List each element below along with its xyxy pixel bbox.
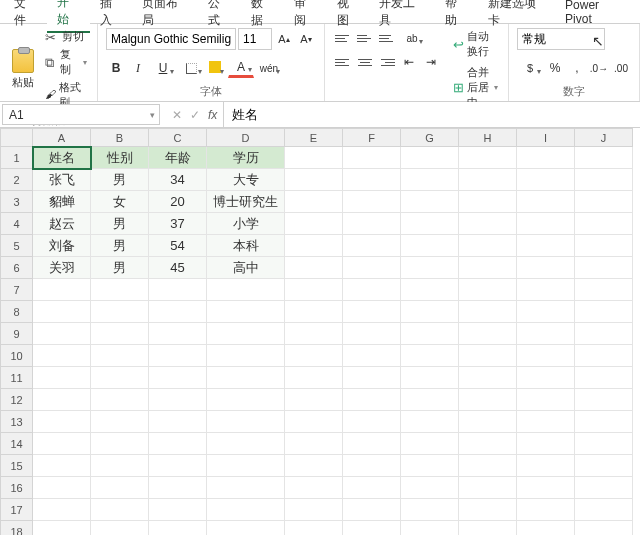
cell-I5[interactable]: [517, 235, 575, 257]
row-header-11[interactable]: 11: [1, 367, 33, 389]
cell-I4[interactable]: [517, 213, 575, 235]
cell-E9[interactable]: [285, 323, 343, 345]
cell-I10[interactable]: [517, 345, 575, 367]
cell-C7[interactable]: [149, 279, 207, 301]
cell-I3[interactable]: [517, 191, 575, 213]
cell-F14[interactable]: [343, 433, 401, 455]
cell-E3[interactable]: [285, 191, 343, 213]
row-header-13[interactable]: 13: [1, 411, 33, 433]
cell-C14[interactable]: [149, 433, 207, 455]
cell-H18[interactable]: [459, 521, 517, 536]
cell-C3[interactable]: 20: [149, 191, 207, 213]
cell-E11[interactable]: [285, 367, 343, 389]
font-color-button[interactable]: A: [228, 58, 254, 78]
cell-E18[interactable]: [285, 521, 343, 536]
cell-C11[interactable]: [149, 367, 207, 389]
col-header-B[interactable]: B: [91, 129, 149, 147]
cell-J6[interactable]: [575, 257, 633, 279]
cell-B10[interactable]: [91, 345, 149, 367]
cell-H1[interactable]: [459, 147, 517, 169]
cell-A5[interactable]: 刘备: [33, 235, 91, 257]
cell-H11[interactable]: [459, 367, 517, 389]
cell-E14[interactable]: [285, 433, 343, 455]
row-header-3[interactable]: 3: [1, 191, 33, 213]
cell-H14[interactable]: [459, 433, 517, 455]
cell-F4[interactable]: [343, 213, 401, 235]
cell-A7[interactable]: [33, 279, 91, 301]
cell-A11[interactable]: [33, 367, 91, 389]
cell-D8[interactable]: [207, 301, 285, 323]
cell-H13[interactable]: [459, 411, 517, 433]
cell-A16[interactable]: [33, 477, 91, 499]
underline-button[interactable]: U: [150, 58, 176, 78]
cell-B16[interactable]: [91, 477, 149, 499]
cell-D9[interactable]: [207, 323, 285, 345]
cell-E5[interactable]: [285, 235, 343, 257]
cancel-formula-button[interactable]: ✕: [172, 108, 182, 122]
cell-B1[interactable]: 性别: [91, 147, 149, 169]
cell-E15[interactable]: [285, 455, 343, 477]
cell-J7[interactable]: [575, 279, 633, 301]
cell-D7[interactable]: [207, 279, 285, 301]
cell-F13[interactable]: [343, 411, 401, 433]
cell-A18[interactable]: [33, 521, 91, 536]
cell-H2[interactable]: [459, 169, 517, 191]
cell-B4[interactable]: 男: [91, 213, 149, 235]
sheet-grid[interactable]: ABCDEFGHIJ1姓名性别年龄学历2张飞男34大专3貂蝉女20博士研究生4赵…: [0, 128, 640, 535]
row-header-9[interactable]: 9: [1, 323, 33, 345]
cell-J18[interactable]: [575, 521, 633, 536]
cell-H10[interactable]: [459, 345, 517, 367]
formula-input[interactable]: [224, 102, 640, 127]
row-header-17[interactable]: 17: [1, 499, 33, 521]
cell-A3[interactable]: 貂蝉: [33, 191, 91, 213]
row-header-7[interactable]: 7: [1, 279, 33, 301]
cell-A14[interactable]: [33, 433, 91, 455]
cell-E2[interactable]: [285, 169, 343, 191]
cell-H6[interactable]: [459, 257, 517, 279]
cell-D11[interactable]: [207, 367, 285, 389]
cell-B12[interactable]: [91, 389, 149, 411]
cell-H16[interactable]: [459, 477, 517, 499]
name-box[interactable]: A1: [2, 104, 160, 125]
row-header-16[interactable]: 16: [1, 477, 33, 499]
cell-G12[interactable]: [401, 389, 459, 411]
cell-A10[interactable]: [33, 345, 91, 367]
cell-B2[interactable]: 男: [91, 169, 149, 191]
row-header-12[interactable]: 12: [1, 389, 33, 411]
cell-G10[interactable]: [401, 345, 459, 367]
cell-D13[interactable]: [207, 411, 285, 433]
cell-G18[interactable]: [401, 521, 459, 536]
cell-C15[interactable]: [149, 455, 207, 477]
col-header-E[interactable]: E: [285, 129, 343, 147]
cell-J13[interactable]: [575, 411, 633, 433]
fx-icon[interactable]: fx: [208, 108, 217, 122]
cell-C12[interactable]: [149, 389, 207, 411]
bold-button[interactable]: B: [106, 58, 126, 78]
align-middle-button[interactable]: [355, 28, 375, 48]
cell-G5[interactable]: [401, 235, 459, 257]
cell-F12[interactable]: [343, 389, 401, 411]
cell-C4[interactable]: 37: [149, 213, 207, 235]
cell-D4[interactable]: 小学: [207, 213, 285, 235]
cell-A6[interactable]: 关羽: [33, 257, 91, 279]
cell-F7[interactable]: [343, 279, 401, 301]
cell-F2[interactable]: [343, 169, 401, 191]
cell-D10[interactable]: [207, 345, 285, 367]
row-header-14[interactable]: 14: [1, 433, 33, 455]
cell-J12[interactable]: [575, 389, 633, 411]
cell-J2[interactable]: [575, 169, 633, 191]
cell-D17[interactable]: [207, 499, 285, 521]
cell-A9[interactable]: [33, 323, 91, 345]
cell-F11[interactable]: [343, 367, 401, 389]
cell-E8[interactable]: [285, 301, 343, 323]
cell-G8[interactable]: [401, 301, 459, 323]
cell-C6[interactable]: 45: [149, 257, 207, 279]
cell-J11[interactable]: [575, 367, 633, 389]
row-header-5[interactable]: 5: [1, 235, 33, 257]
cell-I15[interactable]: [517, 455, 575, 477]
cell-F5[interactable]: [343, 235, 401, 257]
cell-F3[interactable]: [343, 191, 401, 213]
cell-I14[interactable]: [517, 433, 575, 455]
cell-G4[interactable]: [401, 213, 459, 235]
cell-J3[interactable]: [575, 191, 633, 213]
